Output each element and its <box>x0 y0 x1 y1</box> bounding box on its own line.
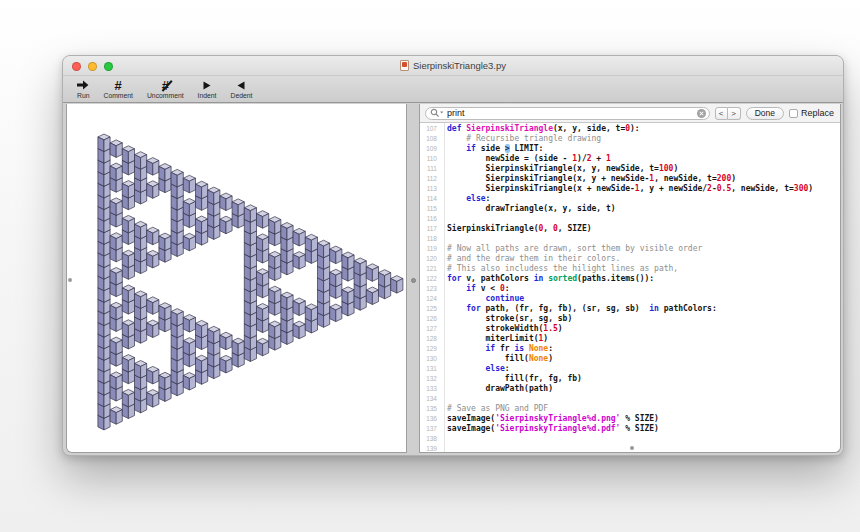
indent-button[interactable]: Indent <box>191 78 224 99</box>
code-line: 123 if v < 0: <box>420 284 840 294</box>
code-line: 114 else: <box>420 194 840 204</box>
code-area[interactable]: 107def SierpinskiTriangle(x, y, side, t=… <box>420 123 840 453</box>
drawing-canvas-panel[interactable] <box>66 104 407 453</box>
code-line: 135# Save as PNG and PDF <box>420 404 840 414</box>
find-previous-button[interactable]: < <box>715 107 728 120</box>
code-line: 117SierpinskiTriangle(0, 0, SIZE) <box>420 224 840 234</box>
line-number: 109 <box>420 144 441 154</box>
find-nav-group: < > <box>715 107 741 120</box>
search-field[interactable]: print <box>425 107 710 120</box>
code-line: 132 fill(fr, fg, fb) <box>420 374 840 384</box>
app-window: SierpinskiTriangle3.py Run # Comment # U… <box>62 55 844 456</box>
code-line: 110 newSide = (side - 1)/2 + 1 <box>420 154 840 164</box>
search-icon <box>430 108 444 118</box>
chevron-down-icon <box>440 111 443 113</box>
line-number: 134 <box>420 394 441 404</box>
line-number: 131 <box>420 364 441 374</box>
title-bar[interactable]: SierpinskiTriangle3.py <box>63 56 843 76</box>
gutter-separator <box>444 123 445 453</box>
code-line: 111 SierpinskiTriangle(x, y, newSide, t=… <box>420 164 840 174</box>
code-line: 131 else: <box>420 364 840 374</box>
line-number: 128 <box>420 334 441 344</box>
line-number: 125 <box>420 304 441 314</box>
dedent-label: Dedent <box>230 92 252 99</box>
divider-handle-icon[interactable] <box>411 278 416 283</box>
run-button[interactable]: Run <box>70 78 96 99</box>
line-number: 111 <box>420 164 441 174</box>
left-scroll-handle[interactable] <box>68 278 72 282</box>
panel-divider[interactable] <box>407 104 419 455</box>
line-number: 118 <box>420 234 441 244</box>
code-line: 107def SierpinskiTriangle(x, y, side, t=… <box>420 124 840 134</box>
line-number: 129 <box>420 344 441 354</box>
code-line: 125 for path, (fr, fg, fb), (sr, sg, sb)… <box>420 304 840 314</box>
find-next-button[interactable]: > <box>728 107 741 120</box>
line-number: 112 <box>420 174 441 184</box>
window-title-group: SierpinskiTriangle3.py <box>400 60 506 71</box>
comment-button[interactable]: # Comment <box>96 78 139 99</box>
indent-label: Indent <box>198 92 217 99</box>
window-content: print < > Done Replace 107def Sierpinski… <box>63 104 843 455</box>
code-line: 134 <box>420 394 840 404</box>
line-number: 127 <box>420 324 441 334</box>
triangle-left-icon <box>237 78 245 92</box>
hash-slash-icon: # <box>162 79 169 92</box>
line-number: 107 <box>420 124 441 134</box>
code-line: 108 # Recursibe triangle drawing <box>420 134 840 144</box>
code-line: 118 <box>420 234 840 244</box>
code-line: 112 SierpinskiTriangle(x, y + newSide-1,… <box>420 174 840 184</box>
line-number: 117 <box>420 224 441 234</box>
line-number: 114 <box>420 194 441 204</box>
horizontal-scroll-handle[interactable] <box>630 446 634 450</box>
code-line: 137saveImage('SierpinskyTriangle%d.pdf' … <box>420 424 840 434</box>
line-number: 137 <box>420 424 441 434</box>
done-button[interactable]: Done <box>746 107 784 120</box>
close-button[interactable] <box>72 62 81 71</box>
line-number: 108 <box>420 134 441 144</box>
line-number: 115 <box>420 204 441 214</box>
code-line: 129 if fr is None: <box>420 344 840 354</box>
uncomment-label: Uncomment <box>147 92 184 99</box>
window-title: SierpinskiTriangle3.py <box>413 60 506 71</box>
code-line: 136saveImage('SierpinskyTriangle%d.png' … <box>420 414 840 424</box>
clear-search-icon[interactable] <box>697 109 706 118</box>
code-line: 116 <box>420 214 840 224</box>
code-line: 130 fill(None) <box>420 354 840 364</box>
line-number: 122 <box>420 274 441 284</box>
code-line: 128 miterLimit(1) <box>420 334 840 344</box>
search-input[interactable]: print <box>447 108 694 119</box>
replace-label: Replace <box>801 108 834 118</box>
replace-checkbox[interactable] <box>789 109 798 118</box>
hash-icon: # <box>115 79 122 92</box>
code-line: 138 <box>420 434 840 444</box>
line-number: 126 <box>420 314 441 324</box>
line-number: 136 <box>420 414 441 424</box>
run-label: Run <box>77 92 89 99</box>
code-editor-panel: print < > Done Replace 107def Sierpinski… <box>419 104 841 453</box>
uncomment-button[interactable]: # Uncomment <box>140 78 191 99</box>
code-line: 126 stroke(sr, sg, sb) <box>420 314 840 324</box>
toolbar: Run # Comment # Uncomment Indent Dedent <box>63 76 843 103</box>
line-number: 124 <box>420 294 441 304</box>
minimize-button[interactable] <box>88 62 97 71</box>
zoom-button[interactable] <box>104 62 113 71</box>
line-number: 113 <box>420 184 441 194</box>
code-line: 124 continue <box>420 294 840 304</box>
replace-toggle[interactable]: Replace <box>789 108 834 118</box>
triangle-right-icon <box>203 78 211 92</box>
line-number: 138 <box>420 434 441 444</box>
line-number: 132 <box>420 374 441 384</box>
search-bar: print < > Done Replace <box>420 104 840 123</box>
code-line: 113 SierpinskiTriangle(x + newSide-1, y … <box>420 184 840 194</box>
comment-label: Comment <box>103 92 132 99</box>
dedent-button[interactable]: Dedent <box>223 78 259 99</box>
line-number: 119 <box>420 244 441 254</box>
line-number: 116 <box>420 214 441 224</box>
line-number: 133 <box>420 384 441 394</box>
run-arrow-icon <box>77 78 89 92</box>
line-number: 123 <box>420 284 441 294</box>
code-line: 122for v, pathColors in sorted(paths.ite… <box>420 274 840 284</box>
line-number: 121 <box>420 264 441 274</box>
line-number: 135 <box>420 404 441 414</box>
fractal-svg <box>67 104 406 453</box>
